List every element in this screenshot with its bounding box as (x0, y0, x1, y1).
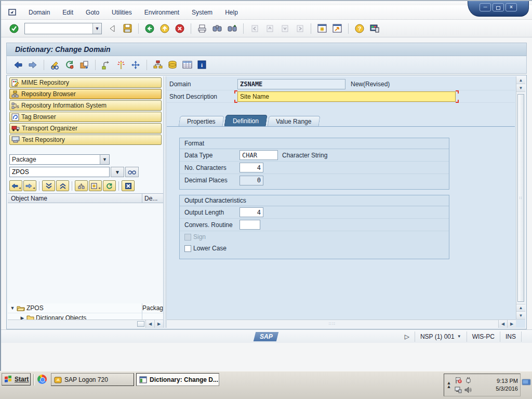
cancel-button[interactable] (173, 22, 187, 35)
select-dropdown-icon[interactable]: ▼ (100, 155, 109, 164)
object-list-button[interactable] (166, 59, 179, 71)
nav-mime-repository[interactable]: MIME Repository (9, 77, 162, 88)
minimize-button[interactable]: ─ (480, 3, 491, 11)
status-expand-arrow[interactable]: ▷ (400, 331, 415, 342)
refresh-button[interactable] (63, 59, 76, 71)
menu-edit[interactable]: Edit (56, 7, 79, 18)
scrollbar-thumb[interactable] (137, 321, 144, 327)
find-button[interactable] (210, 22, 224, 35)
command-input[interactable] (25, 24, 92, 33)
domain-name-field[interactable] (237, 79, 345, 89)
create-shortcut-button[interactable] (330, 22, 344, 35)
scrollbar-track[interactable]: ∷ (516, 92, 525, 304)
next-object-button[interactable] (26, 59, 39, 71)
start-button[interactable]: Start (2, 373, 31, 385)
tree-horizontal-scrollbar[interactable]: ◀ ▶ (8, 320, 163, 328)
help-button[interactable]: ? (353, 22, 366, 35)
expander-open-icon[interactable]: ▼ (10, 305, 15, 311)
close-button[interactable]: × (506, 3, 517, 11)
scroll-up-button-bottom[interactable]: ▲ (516, 304, 525, 312)
activate-check-button[interactable] (115, 59, 127, 71)
menu-help[interactable]: Help (219, 7, 244, 18)
new-session-button[interactable] (315, 22, 329, 35)
scroll-left-button[interactable]: ◀ (498, 320, 507, 328)
display-options-button[interactable]: ◂ (89, 180, 102, 191)
first-page-button[interactable] (248, 22, 261, 35)
data-type-input[interactable] (240, 150, 278, 160)
open-in-new-window-button[interactable] (75, 180, 88, 191)
horizontal-scrollbar[interactable]: ∷∷ ◀ ▶ (167, 320, 516, 328)
tree-refresh-button[interactable] (103, 180, 116, 191)
navigation-button[interactable] (129, 59, 142, 71)
display-change-button[interactable] (49, 59, 61, 71)
expand-all-button[interactable] (42, 180, 55, 191)
tree-column-description[interactable]: De... (142, 194, 163, 203)
tab-definition[interactable]: Definition (224, 115, 267, 127)
tree-back-button[interactable]: ◂ (9, 180, 22, 191)
short-description-input[interactable] (237, 91, 456, 102)
scrollbar-thumb[interactable]: ∷ (517, 94, 524, 302)
scrollbar-grip[interactable]: ∷∷ (167, 322, 498, 326)
package-history-dropdown[interactable]: ▼ (111, 167, 124, 177)
tray-date[interactable]: 5/3/2016 (496, 385, 518, 393)
insert-mode-indicator[interactable]: INS (500, 331, 521, 342)
copy-object-button[interactable] (78, 59, 90, 71)
print-button[interactable] (195, 22, 209, 35)
menu-system[interactable]: System (185, 7, 219, 18)
collapse-all-button[interactable] (56, 180, 69, 191)
customize-layout-button[interactable] (368, 22, 381, 35)
last-page-button[interactable] (293, 22, 307, 35)
tab-properties[interactable]: Properties (179, 116, 224, 127)
tab-value-range[interactable]: Value Range (267, 116, 320, 127)
browser-type-select[interactable]: Package ▼ (9, 154, 110, 165)
chrome-icon[interactable] (37, 375, 47, 384)
menu-domain[interactable]: Domain (22, 7, 56, 18)
vertical-scrollbar[interactable]: ▲ ▼ ∷ ▲ ▼ (516, 76, 525, 320)
info-button[interactable]: i (195, 59, 208, 71)
back-triangle-button[interactable] (105, 22, 119, 35)
find-next-button[interactable] (225, 22, 239, 35)
no-characters-input[interactable] (240, 163, 263, 172)
menu-utilities[interactable]: Utilities (105, 7, 138, 18)
scroll-up-button[interactable]: ▲ (516, 76, 525, 84)
scroll-left-button[interactable]: ◀ (145, 320, 154, 328)
nav-test-repository[interactable]: Test Repository (9, 135, 162, 145)
command-dropdown-icon[interactable]: ▼ (92, 23, 101, 34)
scroll-down-button-bottom[interactable]: ▼ (516, 312, 525, 320)
menu-goto[interactable]: Goto (79, 7, 105, 18)
package-input[interactable] (9, 167, 110, 177)
tree-forward-button[interactable]: ◂ (23, 180, 36, 191)
task-dictionary[interactable]: Dictionary: Change D... (136, 373, 219, 386)
show-desktop-button[interactable] (522, 379, 531, 386)
nav-tag-browser[interactable]: Tag Browser (9, 112, 162, 122)
output-length-input[interactable] (240, 207, 263, 217)
decimal-places-input[interactable] (240, 176, 263, 185)
exit-button[interactable] (158, 22, 171, 35)
power-plug-icon[interactable] (463, 376, 473, 385)
next-page-button[interactable] (278, 22, 291, 35)
scroll-right-button[interactable]: ▶ (507, 320, 516, 328)
tree-row-zpos[interactable]: ▼ ZPOS Packag (8, 303, 163, 313)
close-browser-button[interactable] (122, 180, 135, 191)
scroll-down-button[interactable]: ▼ (516, 84, 525, 92)
display-glasses-button[interactable] (125, 167, 139, 177)
enter-button[interactable] (7, 22, 21, 35)
table-display-button[interactable] (181, 59, 193, 71)
previous-object-button[interactable] (12, 59, 24, 71)
back-button[interactable] (143, 22, 156, 35)
menu-environment[interactable]: Environment (138, 7, 185, 18)
system-menu-icon[interactable] (8, 9, 16, 16)
scroll-right-button[interactable]: ▶ (154, 320, 163, 328)
hierarchy-display-button[interactable] (152, 59, 164, 71)
system-session-indicator[interactable]: NSP (1) 001▼ (415, 331, 467, 342)
tray-clock[interactable]: 9:13 PM (496, 377, 518, 385)
previous-page-button[interactable] (263, 22, 276, 35)
action-center-flag-icon[interactable] (454, 376, 463, 385)
nav-transport-organizer[interactable]: Transport Organizer (9, 123, 162, 134)
tree-column-object-name[interactable]: Object Name (8, 194, 142, 203)
tray-expand-chevron[interactable]: ▲▲ (446, 381, 451, 389)
volume-icon[interactable] (463, 385, 473, 395)
nav-repository-browser[interactable]: Repository Browser (9, 89, 162, 99)
save-button[interactable] (121, 22, 134, 35)
task-sap-logon[interactable]: SAP Logon 720 (51, 373, 134, 386)
